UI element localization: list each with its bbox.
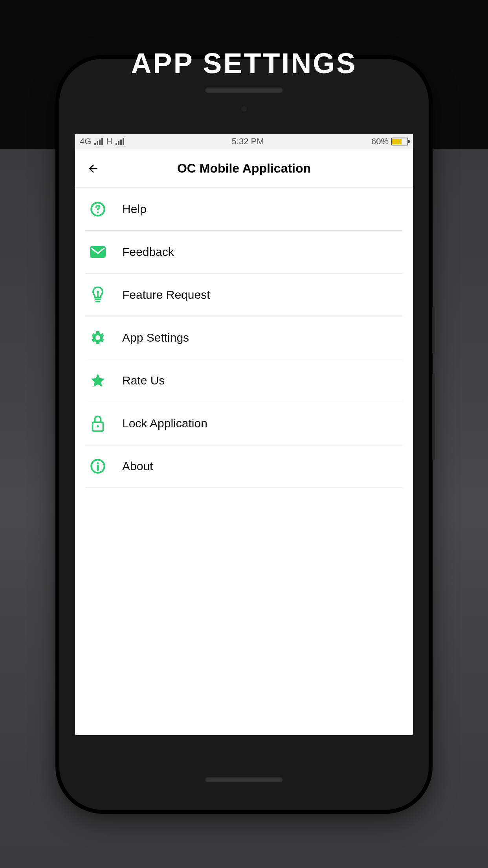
signal-bars-icon	[94, 138, 103, 145]
app-header: OC Mobile Application	[75, 149, 413, 188]
menu-label: About	[122, 460, 153, 473]
svg-rect-2	[90, 246, 106, 258]
svg-point-8	[97, 425, 99, 428]
back-button[interactable]	[86, 162, 100, 176]
menu-item-help[interactable]: Help	[85, 188, 403, 231]
menu-label: Feature Request	[122, 288, 210, 302]
menu-item-feedback[interactable]: Feedback	[85, 231, 403, 274]
phone-speaker-top	[205, 86, 283, 93]
svg-point-1	[97, 211, 99, 213]
phone-side-button	[432, 373, 435, 460]
star-icon	[88, 371, 107, 390]
info-icon	[88, 457, 107, 476]
menu-list: Help Feedback	[75, 188, 413, 488]
network2-label: H	[106, 136, 112, 147]
status-right: 60%	[371, 136, 408, 147]
status-left: 4G H	[80, 136, 124, 147]
gear-icon	[88, 328, 107, 347]
menu-label: Rate Us	[122, 374, 165, 387]
svg-point-10	[97, 462, 99, 464]
menu-item-feature-request[interactable]: Feature Request	[85, 274, 403, 316]
battery-percent: 60%	[371, 136, 389, 147]
page-title: APP SETTINGS	[0, 47, 488, 79]
arrow-left-icon	[87, 162, 99, 175]
network-label: 4G	[80, 136, 91, 147]
status-time: 5:32 PM	[232, 136, 264, 147]
lightbulb-icon	[88, 285, 107, 304]
status-bar: 4G H 5:32 PM 60%	[75, 134, 413, 149]
menu-item-rate-us[interactable]: Rate Us	[85, 359, 403, 402]
menu-label: Lock Application	[122, 417, 207, 430]
menu-label: Feedback	[122, 245, 174, 259]
phone-screen: 4G H 5:32 PM 60%	[75, 134, 413, 735]
menu-item-lock-application[interactable]: Lock Application	[85, 402, 403, 445]
phone-camera	[241, 106, 247, 112]
lock-icon	[88, 414, 107, 433]
battery-icon	[391, 138, 408, 145]
menu-label: App Settings	[122, 331, 189, 344]
help-circle-icon	[88, 200, 107, 219]
menu-label: Help	[122, 202, 147, 216]
phone-frame: 4G H 5:32 PM 60%	[55, 55, 433, 814]
mail-icon	[88, 243, 107, 261]
menu-item-about[interactable]: About	[85, 445, 403, 488]
header-title: OC Mobile Application	[75, 161, 413, 176]
signal-bars-icon	[116, 138, 124, 145]
menu-item-app-settings[interactable]: App Settings	[85, 316, 403, 359]
phone-side-button	[432, 307, 435, 354]
svg-point-3	[97, 291, 99, 293]
phone-speaker-bottom	[205, 776, 283, 782]
